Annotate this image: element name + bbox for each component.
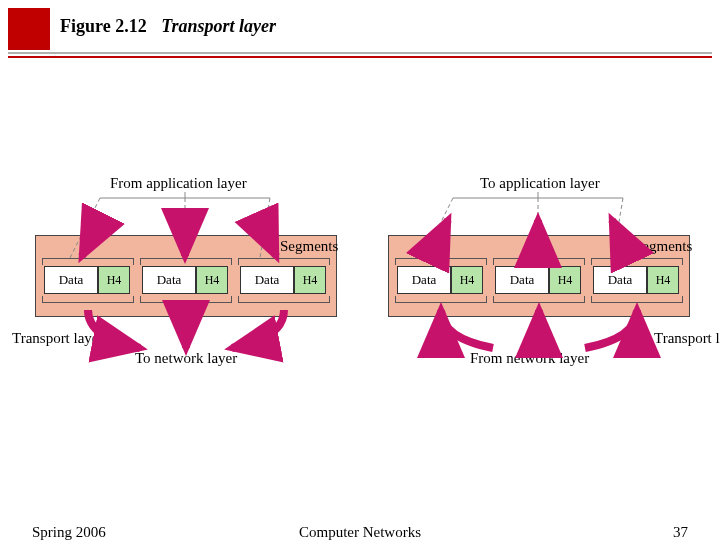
- header-cell: H4: [549, 266, 581, 294]
- slide: Figure 2.12 Transport layer From applica…: [0, 0, 720, 540]
- segment: Data H4: [593, 266, 679, 294]
- transport-layer-label-left: Transport layer: [12, 330, 72, 347]
- data-cell: Data: [240, 266, 294, 294]
- segment-top-bracket: [140, 258, 232, 265]
- header-rule-gray: [8, 52, 712, 54]
- slide-title: Figure 2.12 Transport layer: [60, 16, 276, 37]
- footer-page-number: 37: [673, 524, 688, 540]
- segment-bracket: [238, 296, 330, 303]
- segment-bracket: [591, 296, 683, 303]
- figure-caption: Transport layer: [161, 16, 276, 36]
- segment: Data H4: [397, 266, 483, 294]
- header-cell: H4: [451, 266, 483, 294]
- segment-bracket: [140, 296, 232, 303]
- segment-top-bracket: [395, 258, 487, 265]
- segment: Data H4: [44, 266, 130, 294]
- segment-bracket: [42, 296, 134, 303]
- header-cell: H4: [196, 266, 228, 294]
- header-accent-square: [8, 8, 50, 50]
- footer-course: Computer Networks: [0, 524, 720, 540]
- data-cell: Data: [142, 266, 196, 294]
- segment-top-bracket: [591, 258, 683, 265]
- header-rule-red: [8, 56, 712, 58]
- data-cell: Data: [593, 266, 647, 294]
- segments-label-left: Segments: [280, 238, 338, 255]
- to-network-label: To network layer: [135, 350, 237, 367]
- segment-top-bracket: [42, 258, 134, 265]
- segment: Data H4: [240, 266, 326, 294]
- segment: Data H4: [495, 266, 581, 294]
- data-cell: Data: [397, 266, 451, 294]
- data-cell: Data: [495, 266, 549, 294]
- from-network-label: From network layer: [470, 350, 589, 367]
- segment-top-bracket: [238, 258, 330, 265]
- header-cell: H4: [647, 266, 679, 294]
- data-cell: Data: [44, 266, 98, 294]
- from-application-label: From application layer: [110, 175, 247, 192]
- header-cell: H4: [98, 266, 130, 294]
- transport-layer-label-right: Transport layer: [654, 330, 714, 347]
- segment: Data H4: [142, 266, 228, 294]
- segment-top-bracket: [493, 258, 585, 265]
- segment-bracket: [395, 296, 487, 303]
- segment-bracket: [493, 296, 585, 303]
- figure-number: Figure 2.12: [60, 16, 147, 36]
- segments-label-right: Segments: [634, 238, 692, 255]
- header-cell: H4: [294, 266, 326, 294]
- to-application-label: To application layer: [480, 175, 600, 192]
